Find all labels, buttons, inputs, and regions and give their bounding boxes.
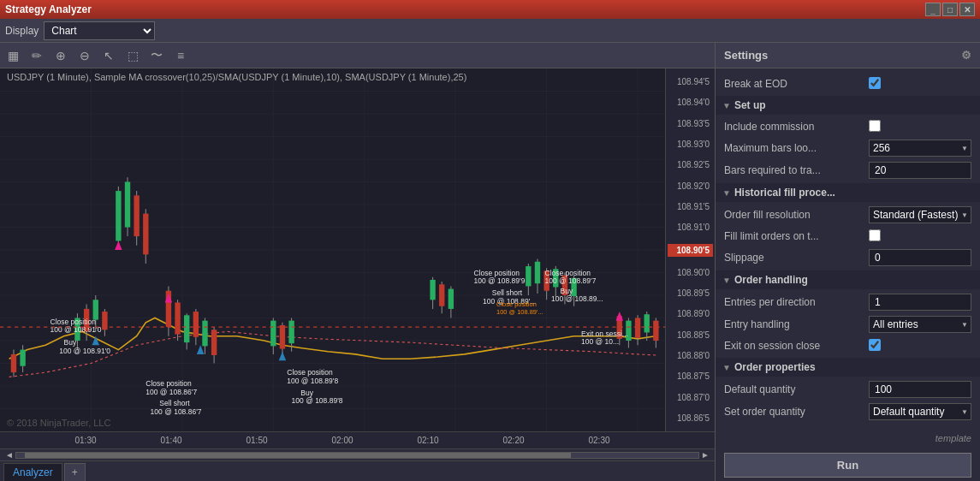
order-fill-select[interactable]: Standard (Fastest) High Tick: [869, 206, 971, 223]
svg-text:100 @ 108.89'...: 100 @ 108.89'...: [496, 308, 543, 316]
include-commission-checkbox[interactable]: [869, 120, 881, 132]
time-label-0150: 01:50: [246, 436, 267, 445]
close-button[interactable]: ✕: [959, 3, 975, 16]
include-commission-row: Include commission: [716, 116, 980, 137]
minimize-button[interactable]: _: [925, 3, 941, 16]
fill-limit-orders-checkbox[interactable]: [869, 229, 881, 241]
historical-triangle-icon: ▼: [722, 188, 731, 198]
order-properties-section-title: Order properties: [734, 361, 816, 373]
bottom-tabs: Analyzer +: [0, 460, 715, 481]
svg-text:Exit on sessi...: Exit on sessi...: [581, 330, 628, 338]
current-price-label: 108.90'5: [668, 244, 713, 257]
order-handling-section-header[interactable]: ▼ Order handling: [716, 270, 980, 289]
bar-chart-icon[interactable]: ▦: [3, 46, 22, 65]
price-axis: 108.94'5 108.94'0 108.93'5 108.93'0 108.…: [665, 68, 715, 431]
list-icon[interactable]: ≡: [171, 46, 190, 65]
scroll-left-arrow[interactable]: ◄: [3, 450, 15, 460]
price-label: 108.87'5: [668, 371, 713, 381]
bars-required-input[interactable]: [869, 162, 971, 179]
price-label: 108.90'0: [668, 268, 713, 277]
price-label: 108.87'0: [668, 393, 713, 402]
wave-icon[interactable]: 〜: [147, 46, 166, 65]
set-order-quantity-row: Set order quantity Default quantity Stra…: [716, 401, 980, 423]
svg-text:100 @ 108.89'8: 100 @ 108.89'8: [292, 396, 343, 405]
price-label: 108.94'5: [668, 77, 713, 86]
entries-per-direction-input[interactable]: [869, 294, 971, 311]
entry-handling-select[interactable]: All entries First entry only Last entry …: [869, 316, 971, 333]
bars-required-label: Bars required to tra...: [724, 164, 869, 176]
template-link[interactable]: template: [935, 433, 971, 443]
scrollbar-area[interactable]: ◄ ►: [0, 448, 715, 460]
price-label: 108.86'5: [668, 413, 713, 423]
pencil-icon[interactable]: ✏: [27, 46, 46, 65]
titlebar: Strategy Analyzer _ □ ✕: [0, 0, 980, 19]
price-label: 108.89'0: [668, 309, 713, 318]
run-button[interactable]: Run: [724, 453, 971, 478]
svg-text:Close position: Close position: [545, 269, 591, 277]
set-order-quantity-label: Set order quantity: [724, 406, 869, 418]
time-label-0230: 02:30: [588, 436, 609, 445]
order-fill-resolution-row: Order fill resolution Standard (Fastest)…: [716, 204, 980, 226]
title-text: Strategy Analyzer: [5, 3, 92, 15]
chart-canvas[interactable]: USDJPY (1 Minute), Sample MA crossover(1…: [0, 68, 715, 431]
break-at-eod-checkbox[interactable]: [869, 77, 881, 89]
maximize-button[interactable]: □: [942, 3, 958, 16]
time-label-0220: 02:20: [502, 436, 524, 445]
chart-svg: Close position 100 @ 108.91'0 Buy 100 @ …: [0, 68, 665, 431]
zoom-in-icon[interactable]: ⊕: [51, 46, 70, 65]
svg-rect-24: [11, 354, 16, 372]
setup-section-header[interactable]: ▼ Set up: [716, 96, 980, 115]
historical-section-title: Historical fill proce...: [734, 187, 835, 199]
svg-text:100 @ 108.86'7: 100 @ 108.86'7: [151, 407, 202, 416]
slippage-input[interactable]: [869, 249, 971, 266]
svg-text:100 @ 108.89'8: 100 @ 108.89'8: [287, 377, 338, 385]
scroll-right-arrow[interactable]: ►: [699, 450, 711, 460]
set-order-quantity-select[interactable]: Default quantity Strategy: [869, 403, 971, 420]
scrollbar-thumb[interactable]: [25, 453, 571, 458]
order-properties-triangle-icon: ▼: [722, 363, 731, 372]
pointer-icon[interactable]: ↖: [99, 46, 118, 65]
watermark-text: © 2018 NinjaTrader, LLC: [7, 418, 110, 428]
price-label: 108.88'5: [668, 330, 713, 340]
slippage-label: Slippage: [724, 252, 869, 264]
exit-on-session-close-checkbox[interactable]: [869, 339, 881, 351]
zoom-out-icon[interactable]: ⊖: [75, 46, 94, 65]
tab-add-button[interactable]: +: [64, 463, 86, 481]
historical-fill-section-header[interactable]: ▼ Historical fill proce...: [716, 183, 980, 202]
price-label: 108.92'5: [668, 160, 713, 169]
svg-rect-26: [20, 350, 25, 366]
svg-rect-84: [635, 318, 640, 338]
svg-rect-38: [125, 182, 130, 228]
settings-gear-icon[interactable]: ⚙: [961, 49, 971, 62]
max-bars-select[interactable]: 256 512 1024: [869, 140, 971, 157]
order-properties-section-header[interactable]: ▼ Order properties: [716, 358, 980, 377]
svg-rect-50: [193, 312, 199, 337]
select-icon[interactable]: ⬚: [123, 46, 142, 65]
svg-rect-88: [653, 321, 658, 341]
svg-rect-54: [211, 330, 217, 355]
svg-text:100 @ 10...: 100 @ 10...: [581, 337, 619, 346]
svg-rect-56: [270, 321, 276, 347]
svg-rect-60: [288, 321, 294, 344]
scrollbar-track[interactable]: [15, 452, 699, 459]
svg-rect-42: [143, 214, 148, 255]
svg-rect-68: [526, 266, 531, 286]
display-select[interactable]: Chart Performance Trades Orders: [44, 21, 155, 40]
chart-section: ▦ ✏ ⊕ ⊖ ↖ ⬚ 〜 ≡ USDJPY (1 Minute), Sampl…: [0, 43, 715, 481]
svg-rect-36: [116, 191, 121, 240]
svg-text:Sell short: Sell short: [492, 288, 523, 297]
default-quantity-input[interactable]: [869, 381, 971, 398]
time-label-0130: 01:30: [74, 436, 96, 445]
settings-header: Settings ⚙: [716, 43, 980, 68]
svg-rect-58: [280, 325, 285, 349]
price-label: 108.94'0: [668, 98, 713, 107]
svg-rect-40: [134, 195, 139, 236]
time-label-0200: 02:00: [331, 436, 353, 445]
include-commission-label: Include commission: [724, 121, 869, 133]
svg-text:100 @ 108.89'9: 100 @ 108.89'9: [473, 276, 525, 285]
svg-rect-48: [184, 315, 189, 342]
tab-analyzer[interactable]: Analyzer: [3, 463, 62, 481]
display-label: Display: [5, 25, 39, 37]
default-quantity-row: Default quantity: [716, 378, 980, 401]
order-handling-triangle-icon: ▼: [722, 276, 731, 285]
